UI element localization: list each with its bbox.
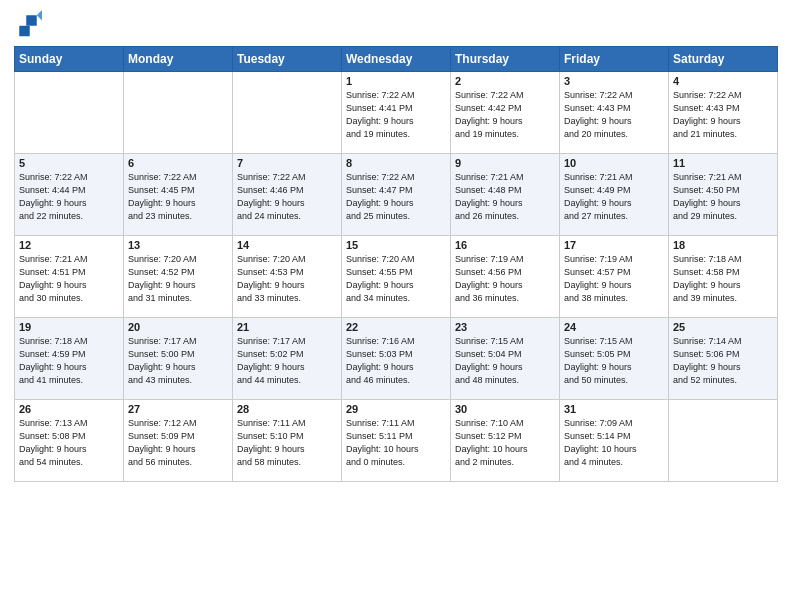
calendar-cell: 29Sunrise: 7:11 AMSunset: 5:11 PMDayligh… bbox=[342, 400, 451, 482]
day-number: 8 bbox=[346, 157, 446, 169]
calendar-cell: 16Sunrise: 7:19 AMSunset: 4:56 PMDayligh… bbox=[451, 236, 560, 318]
day-info: Sunrise: 7:22 AMSunset: 4:43 PMDaylight:… bbox=[564, 89, 664, 141]
calendar-cell: 22Sunrise: 7:16 AMSunset: 5:03 PMDayligh… bbox=[342, 318, 451, 400]
calendar-cell: 10Sunrise: 7:21 AMSunset: 4:49 PMDayligh… bbox=[560, 154, 669, 236]
logo-icon bbox=[14, 10, 42, 38]
logo bbox=[14, 10, 44, 38]
day-info: Sunrise: 7:20 AMSunset: 4:55 PMDaylight:… bbox=[346, 253, 446, 305]
day-number: 15 bbox=[346, 239, 446, 251]
day-number: 11 bbox=[673, 157, 773, 169]
day-info: Sunrise: 7:21 AMSunset: 4:49 PMDaylight:… bbox=[564, 171, 664, 223]
calendar-week-1: 1Sunrise: 7:22 AMSunset: 4:41 PMDaylight… bbox=[15, 72, 778, 154]
day-number: 24 bbox=[564, 321, 664, 333]
day-info: Sunrise: 7:16 AMSunset: 5:03 PMDaylight:… bbox=[346, 335, 446, 387]
day-info: Sunrise: 7:13 AMSunset: 5:08 PMDaylight:… bbox=[19, 417, 119, 469]
day-info: Sunrise: 7:10 AMSunset: 5:12 PMDaylight:… bbox=[455, 417, 555, 469]
calendar-week-2: 5Sunrise: 7:22 AMSunset: 4:44 PMDaylight… bbox=[15, 154, 778, 236]
day-info: Sunrise: 7:21 AMSunset: 4:51 PMDaylight:… bbox=[19, 253, 119, 305]
day-info: Sunrise: 7:19 AMSunset: 4:56 PMDaylight:… bbox=[455, 253, 555, 305]
calendar-cell: 13Sunrise: 7:20 AMSunset: 4:52 PMDayligh… bbox=[124, 236, 233, 318]
calendar-week-3: 12Sunrise: 7:21 AMSunset: 4:51 PMDayligh… bbox=[15, 236, 778, 318]
calendar-cell: 2Sunrise: 7:22 AMSunset: 4:42 PMDaylight… bbox=[451, 72, 560, 154]
calendar-cell: 19Sunrise: 7:18 AMSunset: 4:59 PMDayligh… bbox=[15, 318, 124, 400]
day-number: 1 bbox=[346, 75, 446, 87]
day-info: Sunrise: 7:19 AMSunset: 4:57 PMDaylight:… bbox=[564, 253, 664, 305]
day-info: Sunrise: 7:15 AMSunset: 5:05 PMDaylight:… bbox=[564, 335, 664, 387]
day-number: 28 bbox=[237, 403, 337, 415]
day-number: 18 bbox=[673, 239, 773, 251]
calendar-cell: 1Sunrise: 7:22 AMSunset: 4:41 PMDaylight… bbox=[342, 72, 451, 154]
day-info: Sunrise: 7:12 AMSunset: 5:09 PMDaylight:… bbox=[128, 417, 228, 469]
day-info: Sunrise: 7:21 AMSunset: 4:50 PMDaylight:… bbox=[673, 171, 773, 223]
day-number: 29 bbox=[346, 403, 446, 415]
calendar-header-wednesday: Wednesday bbox=[342, 47, 451, 72]
calendar-cell: 30Sunrise: 7:10 AMSunset: 5:12 PMDayligh… bbox=[451, 400, 560, 482]
calendar-header-sunday: Sunday bbox=[15, 47, 124, 72]
svg-marker-0 bbox=[26, 15, 37, 26]
day-info: Sunrise: 7:11 AMSunset: 5:10 PMDaylight:… bbox=[237, 417, 337, 469]
calendar-header-tuesday: Tuesday bbox=[233, 47, 342, 72]
day-number: 30 bbox=[455, 403, 555, 415]
calendar-cell bbox=[669, 400, 778, 482]
calendar-cell: 12Sunrise: 7:21 AMSunset: 4:51 PMDayligh… bbox=[15, 236, 124, 318]
day-number: 2 bbox=[455, 75, 555, 87]
day-info: Sunrise: 7:22 AMSunset: 4:42 PMDaylight:… bbox=[455, 89, 555, 141]
calendar-cell: 18Sunrise: 7:18 AMSunset: 4:58 PMDayligh… bbox=[669, 236, 778, 318]
day-number: 6 bbox=[128, 157, 228, 169]
day-info: Sunrise: 7:11 AMSunset: 5:11 PMDaylight:… bbox=[346, 417, 446, 469]
calendar-cell: 11Sunrise: 7:21 AMSunset: 4:50 PMDayligh… bbox=[669, 154, 778, 236]
day-number: 4 bbox=[673, 75, 773, 87]
header bbox=[14, 10, 778, 38]
day-number: 9 bbox=[455, 157, 555, 169]
calendar-cell: 24Sunrise: 7:15 AMSunset: 5:05 PMDayligh… bbox=[560, 318, 669, 400]
calendar-header-thursday: Thursday bbox=[451, 47, 560, 72]
calendar-header-row: SundayMondayTuesdayWednesdayThursdayFrid… bbox=[15, 47, 778, 72]
calendar-cell: 21Sunrise: 7:17 AMSunset: 5:02 PMDayligh… bbox=[233, 318, 342, 400]
calendar-cell: 25Sunrise: 7:14 AMSunset: 5:06 PMDayligh… bbox=[669, 318, 778, 400]
calendar-cell bbox=[124, 72, 233, 154]
day-number: 20 bbox=[128, 321, 228, 333]
calendar-week-5: 26Sunrise: 7:13 AMSunset: 5:08 PMDayligh… bbox=[15, 400, 778, 482]
day-info: Sunrise: 7:17 AMSunset: 5:00 PMDaylight:… bbox=[128, 335, 228, 387]
svg-marker-1 bbox=[37, 10, 42, 21]
calendar-cell: 3Sunrise: 7:22 AMSunset: 4:43 PMDaylight… bbox=[560, 72, 669, 154]
calendar-cell: 31Sunrise: 7:09 AMSunset: 5:14 PMDayligh… bbox=[560, 400, 669, 482]
day-number: 17 bbox=[564, 239, 664, 251]
day-info: Sunrise: 7:22 AMSunset: 4:45 PMDaylight:… bbox=[128, 171, 228, 223]
day-number: 16 bbox=[455, 239, 555, 251]
day-number: 10 bbox=[564, 157, 664, 169]
calendar-cell bbox=[233, 72, 342, 154]
day-number: 25 bbox=[673, 321, 773, 333]
day-number: 31 bbox=[564, 403, 664, 415]
calendar-cell: 15Sunrise: 7:20 AMSunset: 4:55 PMDayligh… bbox=[342, 236, 451, 318]
day-info: Sunrise: 7:14 AMSunset: 5:06 PMDaylight:… bbox=[673, 335, 773, 387]
day-info: Sunrise: 7:20 AMSunset: 4:53 PMDaylight:… bbox=[237, 253, 337, 305]
calendar-cell: 23Sunrise: 7:15 AMSunset: 5:04 PMDayligh… bbox=[451, 318, 560, 400]
calendar-cell: 28Sunrise: 7:11 AMSunset: 5:10 PMDayligh… bbox=[233, 400, 342, 482]
day-info: Sunrise: 7:15 AMSunset: 5:04 PMDaylight:… bbox=[455, 335, 555, 387]
day-info: Sunrise: 7:20 AMSunset: 4:52 PMDaylight:… bbox=[128, 253, 228, 305]
calendar-header-friday: Friday bbox=[560, 47, 669, 72]
day-number: 22 bbox=[346, 321, 446, 333]
day-number: 13 bbox=[128, 239, 228, 251]
calendar-cell: 8Sunrise: 7:22 AMSunset: 4:47 PMDaylight… bbox=[342, 154, 451, 236]
day-number: 19 bbox=[19, 321, 119, 333]
day-info: Sunrise: 7:18 AMSunset: 4:58 PMDaylight:… bbox=[673, 253, 773, 305]
day-info: Sunrise: 7:22 AMSunset: 4:44 PMDaylight:… bbox=[19, 171, 119, 223]
calendar-cell: 20Sunrise: 7:17 AMSunset: 5:00 PMDayligh… bbox=[124, 318, 233, 400]
calendar-cell: 26Sunrise: 7:13 AMSunset: 5:08 PMDayligh… bbox=[15, 400, 124, 482]
day-number: 23 bbox=[455, 321, 555, 333]
calendar-cell: 6Sunrise: 7:22 AMSunset: 4:45 PMDaylight… bbox=[124, 154, 233, 236]
calendar-week-4: 19Sunrise: 7:18 AMSunset: 4:59 PMDayligh… bbox=[15, 318, 778, 400]
calendar-cell: 5Sunrise: 7:22 AMSunset: 4:44 PMDaylight… bbox=[15, 154, 124, 236]
day-info: Sunrise: 7:09 AMSunset: 5:14 PMDaylight:… bbox=[564, 417, 664, 469]
day-info: Sunrise: 7:22 AMSunset: 4:47 PMDaylight:… bbox=[346, 171, 446, 223]
day-number: 14 bbox=[237, 239, 337, 251]
svg-rect-2 bbox=[19, 26, 30, 37]
calendar-header-saturday: Saturday bbox=[669, 47, 778, 72]
day-number: 12 bbox=[19, 239, 119, 251]
day-number: 5 bbox=[19, 157, 119, 169]
calendar-cell: 14Sunrise: 7:20 AMSunset: 4:53 PMDayligh… bbox=[233, 236, 342, 318]
day-number: 3 bbox=[564, 75, 664, 87]
day-info: Sunrise: 7:21 AMSunset: 4:48 PMDaylight:… bbox=[455, 171, 555, 223]
